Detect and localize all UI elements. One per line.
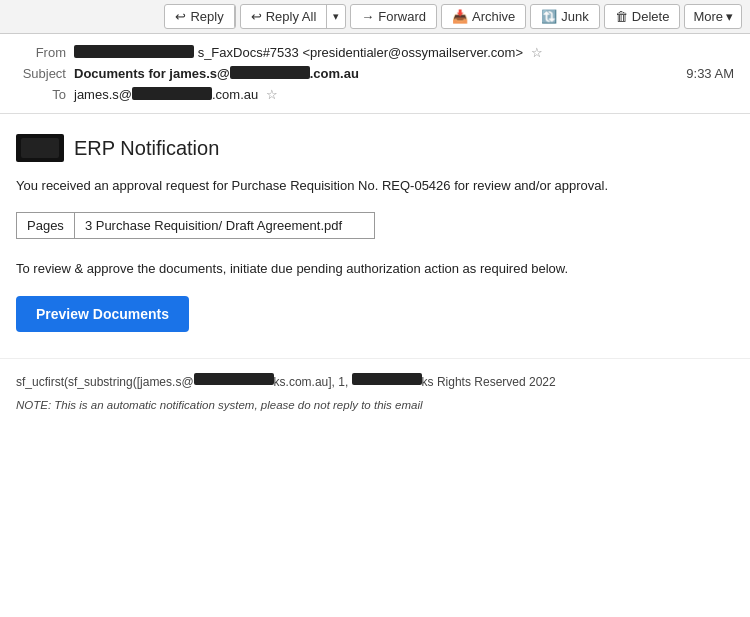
reply-group: ↩ Reply xyxy=(164,4,235,29)
reply-all-dropdown[interactable]: ▾ xyxy=(327,6,345,27)
archive-button[interactable]: 📥 Archive xyxy=(441,4,526,29)
subject-suffix: .com.au xyxy=(310,66,359,81)
archive-label: Archive xyxy=(472,9,515,24)
to-prefix: james.s@ xyxy=(74,87,132,102)
preview-documents-button[interactable]: Preview Documents xyxy=(16,296,189,332)
junk-label: Junk xyxy=(561,9,588,24)
erp-logo-section: ERP Notification xyxy=(16,134,734,162)
from-label: From xyxy=(16,45,74,60)
from-row: From s_FaxDocs#7533 <presidentialer@ossy… xyxy=(16,42,734,63)
footer-suffix: ks.com.au], 1, xyxy=(274,375,349,389)
footer-text: sf_ucfirst(sf_substring([james.s@ xyxy=(16,375,194,389)
email-body: ERP Notification You received an approva… xyxy=(0,114,750,359)
erp-logo-image xyxy=(16,134,64,162)
junk-button[interactable]: 🔃 Junk xyxy=(530,4,599,29)
junk-icon: 🔃 xyxy=(541,9,557,24)
reply-label: Reply xyxy=(190,9,223,24)
footer-line: sf_ucfirst(sf_substring([james.s@ ks.com… xyxy=(16,373,734,391)
more-label: More xyxy=(693,9,723,24)
footer-note: NOTE: This is an automatic notification … xyxy=(16,399,734,411)
erp-title: ERP Notification xyxy=(74,137,219,160)
footer-end: ks Rights Reserved 2022 xyxy=(422,375,556,389)
email-header: From s_FaxDocs#7533 <presidentialer@ossy… xyxy=(0,34,750,114)
to-label: To xyxy=(16,87,74,102)
pages-value: 3 Purchase Requisition/ Draft Agreement.… xyxy=(74,212,374,238)
delete-icon: 🗑 xyxy=(615,9,628,24)
approval-text: You received an approval request for Pur… xyxy=(16,176,734,196)
from-star-icon[interactable]: ☆ xyxy=(531,45,543,60)
footer-redacted2 xyxy=(352,373,422,385)
subject-text: Documents for james.s@ xyxy=(74,66,230,81)
from-name: s_FaxDocs#7533 xyxy=(198,45,299,60)
reply-all-group: ↩ Reply All ▾ xyxy=(240,4,347,29)
subject-redacted xyxy=(230,66,310,79)
reply-all-icon: ↩ xyxy=(251,9,262,24)
archive-icon: 📥 xyxy=(452,9,468,24)
footer-redacted1 xyxy=(194,373,274,385)
forward-label: Forward xyxy=(378,9,426,24)
more-button[interactable]: More ▾ xyxy=(684,4,742,29)
from-value: s_FaxDocs#7533 <presidentialer@ossymails… xyxy=(74,45,734,60)
subject-row: Subject Documents for james.s@ .com.au 9… xyxy=(16,63,734,84)
reply-icon: ↩ xyxy=(175,9,186,24)
to-star-icon[interactable]: ☆ xyxy=(266,87,278,102)
forward-icon: → xyxy=(361,9,374,24)
email-footer: sf_ucfirst(sf_substring([james.s@ ks.com… xyxy=(0,359,750,421)
more-arrow-icon: ▾ xyxy=(726,9,733,24)
from-redacted xyxy=(74,45,194,58)
delete-label: Delete xyxy=(632,9,670,24)
pages-table: Pages 3 Purchase Requisition/ Draft Agre… xyxy=(16,212,375,239)
timestamp: 9:33 AM xyxy=(686,66,734,81)
review-text: To review & approve the documents, initi… xyxy=(16,259,734,279)
reply-button[interactable]: ↩ Reply xyxy=(165,5,234,28)
subject-label: Subject xyxy=(16,66,74,81)
from-email: <presidentialer@ossymailserver.com> xyxy=(302,45,523,60)
pages-row: Pages 3 Purchase Requisition/ Draft Agre… xyxy=(17,212,375,238)
reply-all-label: Reply All xyxy=(266,9,317,24)
forward-button[interactable]: → Forward xyxy=(350,4,437,29)
to-value: james.s@ .com.au ☆ xyxy=(74,87,734,102)
delete-button[interactable]: 🗑 Delete xyxy=(604,4,681,29)
reply-all-button[interactable]: ↩ Reply All xyxy=(241,5,328,28)
email-toolbar: ↩ Reply ↩ Reply All ▾ → Forward 📥 Archiv… xyxy=(0,0,750,34)
subject-value: Documents for james.s@ .com.au xyxy=(74,66,359,81)
pages-label: Pages xyxy=(17,212,75,238)
to-row: To james.s@ .com.au ☆ xyxy=(16,84,734,105)
to-suffix: .com.au xyxy=(212,87,258,102)
to-redacted xyxy=(132,87,212,100)
